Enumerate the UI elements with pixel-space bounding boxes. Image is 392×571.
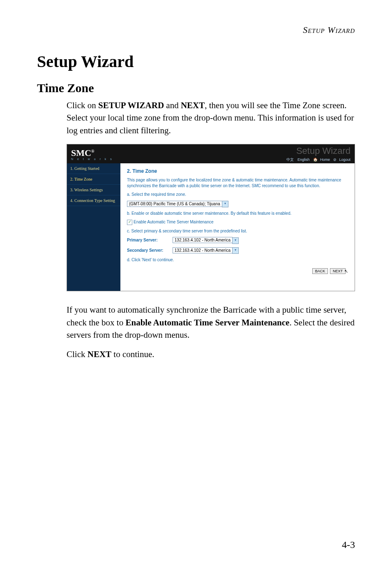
- top-nav: 中文 English 🏠Home ⊘Logout: [284, 157, 350, 162]
- screenshot-header: SMC® N e t w o r k s Setup Wizard 中文 Eng…: [67, 144, 355, 163]
- next-button[interactable]: NEXT: [330, 268, 346, 274]
- wizard-buttons: BACK NEXT↖: [127, 268, 348, 274]
- embedded-screenshot: SMC® N e t w o r k s Setup Wizard 中文 Eng…: [67, 144, 355, 291]
- brand-logo: SMC®: [71, 148, 94, 158]
- chevron-down-icon[interactable]: ▾: [232, 247, 239, 254]
- checkbox-row: ✓Enable Automatic Time Server Maintenanc…: [127, 220, 348, 225]
- primary-server-select[interactable]: 132.163.4.102 - North America: [173, 237, 233, 243]
- running-header-word1: Setup: [303, 25, 325, 35]
- secondary-server-row: Secondary Server: 132.163.4.102 - North …: [127, 247, 348, 254]
- step-a: a. Select the required time zone.: [127, 192, 348, 197]
- lang-link-cn[interactable]: 中文: [286, 158, 294, 162]
- home-link[interactable]: Home: [320, 158, 330, 162]
- sidebar-item-time-zone[interactable]: 2. Time Zone: [67, 174, 120, 185]
- click-next-paragraph: Click NEXT to continue.: [67, 348, 355, 360]
- page-number: 4-3: [342, 539, 355, 550]
- step-c: c. Select primary & secondary time serve…: [127, 228, 348, 234]
- running-header: Setup Wizard: [37, 25, 355, 35]
- content-heading: 2. Time Zone: [127, 168, 348, 174]
- step-b: b. Enable or disable automatic time serv…: [127, 211, 348, 216]
- intro-paragraph: Click on SETUP WIZARD and NEXT, then you…: [67, 99, 355, 137]
- timezone-row: (GMT-08:00) Pacific Time (US & Canada); …: [127, 201, 348, 207]
- wizard-sidebar: 1. Getting Started 2. Time Zone 3. Wirel…: [67, 163, 120, 291]
- timezone-select[interactable]: (GMT-08:00) Pacific Time (US & Canada); …: [127, 201, 222, 207]
- primary-server-label: Primary Server:: [127, 238, 171, 242]
- step-d: d. Click 'Next' to continue.: [127, 257, 348, 263]
- logout-icon: ⊘: [333, 158, 337, 162]
- chevron-down-icon[interactable]: ▾: [232, 237, 239, 244]
- header-right: Setup Wizard 中文 English 🏠Home ⊘Logout: [284, 146, 350, 162]
- logo-subtext: N e t w o r k s: [71, 158, 113, 160]
- text-bold: Enable Automatic Time Server Maintenance: [125, 318, 289, 327]
- home-icon: 🏠: [313, 158, 318, 162]
- primary-server-row: Primary Server: 132.163.4.102 - North Am…: [127, 237, 348, 244]
- after-screenshot-paragraph: If you want to automatically synchronize…: [67, 304, 355, 341]
- screenshot-body: 1. Getting Started 2. Time Zone 3. Wirel…: [67, 163, 355, 291]
- text: and: [164, 100, 181, 110]
- secondary-server-select[interactable]: 132.163.4.102 - North America: [173, 247, 233, 253]
- chevron-down-icon[interactable]: ▾: [222, 201, 228, 207]
- logo-text: SMC: [71, 148, 91, 158]
- back-button[interactable]: BACK: [312, 268, 328, 274]
- text: to continue.: [111, 349, 154, 359]
- content-intro: This page allows you to configure the lo…: [127, 177, 348, 188]
- text: Click: [67, 349, 88, 359]
- text: Click on: [67, 100, 98, 110]
- sidebar-item-connection-type[interactable]: 4. Connection Type Setting: [67, 195, 120, 206]
- checkbox-label: Enable Automatic Time Server Maintenance: [134, 220, 214, 224]
- enable-maintenance-checkbox[interactable]: ✓: [127, 220, 132, 225]
- text-bold: SETUP WIZARD: [98, 100, 164, 110]
- logout-link[interactable]: Logout: [339, 158, 350, 162]
- cursor-icon: ↖: [344, 269, 348, 274]
- text-bold: NEXT: [88, 349, 111, 359]
- page-title: Setup Wizard: [37, 52, 355, 71]
- text-bold: NEXT: [181, 100, 205, 110]
- watermark-title: Setup Wizard: [284, 146, 350, 156]
- section-title: Time Zone: [37, 81, 355, 95]
- sidebar-item-wireless[interactable]: 3. Wireless Settings: [67, 185, 120, 195]
- sidebar-item-getting-started[interactable]: 1. Getting Started: [67, 163, 120, 174]
- running-header-word2: Wizard: [327, 25, 355, 35]
- lang-link-en[interactable]: English: [297, 158, 310, 162]
- wizard-content: 2. Time Zone This page allows you to con…: [120, 163, 355, 291]
- logo-registered: ®: [91, 149, 94, 153]
- secondary-server-label: Secondary Server:: [127, 248, 171, 253]
- logo-block: SMC® N e t w o r k s: [71, 148, 113, 160]
